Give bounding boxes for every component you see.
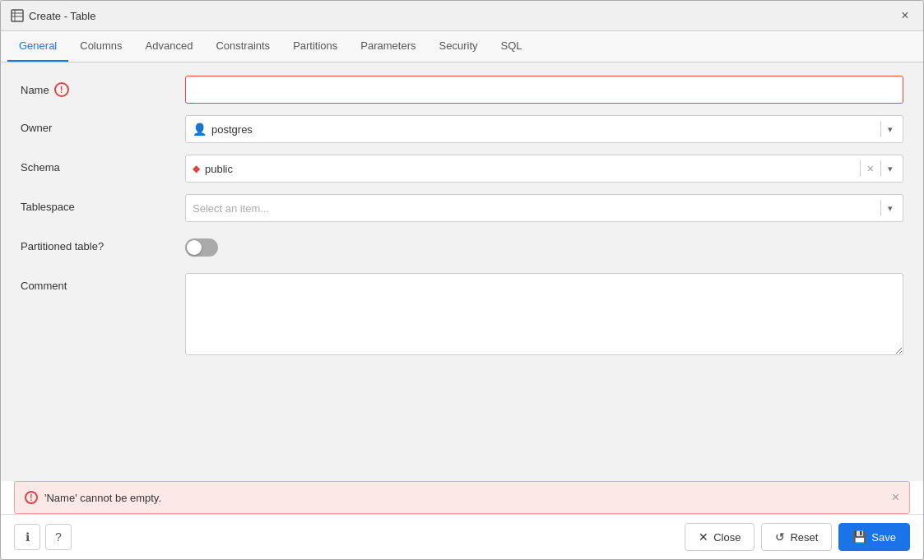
tab-security[interactable]: Security — [428, 31, 490, 62]
owner-label: Owner — [21, 115, 185, 134]
info-button[interactable]: ℹ — [14, 524, 40, 550]
error-icon: ! — [25, 491, 38, 504]
owner-select[interactable]: 👤 postgres ▾ — [185, 115, 903, 143]
partitioned-control — [185, 234, 903, 261]
schema-select[interactable]: ◆ public × ▾ — [185, 155, 903, 183]
tab-columns[interactable]: Columns — [68, 31, 133, 62]
partitioned-toggle[interactable] — [185, 238, 218, 257]
save-icon: 💾 — [852, 530, 866, 544]
tab-advanced[interactable]: Advanced — [134, 31, 205, 62]
schema-clear-button[interactable]: × — [864, 162, 877, 175]
tablespace-control: Select an item... ▾ — [185, 194, 903, 222]
name-control — [185, 76, 903, 104]
title-bar: Create - Table × — [1, 1, 923, 31]
schema-row: Schema ◆ public × ▾ — [21, 155, 903, 184]
diamond-icon: ◆ — [193, 163, 200, 174]
partitioned-row: Partitioned table? — [21, 234, 903, 263]
footer-left: ℹ ? — [14, 524, 72, 550]
owner-control: 👤 postgres ▾ — [185, 115, 903, 143]
svg-rect-0 — [12, 10, 23, 21]
schema-select-content: ◆ public — [193, 163, 857, 175]
name-row: Name ! — [21, 76, 903, 105]
tablespace-label: Tablespace — [21, 194, 185, 213]
name-warning-icon: ! — [54, 82, 69, 97]
reset-icon: ↺ — [775, 530, 785, 544]
select-divider — [880, 121, 881, 137]
form-content: Name ! Owner 👤 postgres — [1, 62, 923, 481]
comment-row: Comment — [21, 273, 903, 358]
tablespace-row: Tablespace Select an item... ▾ — [21, 194, 903, 224]
error-message: 'Name' cannot be empty. — [44, 492, 885, 504]
help-button[interactable]: ? — [45, 524, 72, 550]
name-label: Name ! — [21, 76, 185, 97]
form-area: Name ! Owner 👤 postgres — [1, 62, 923, 381]
owner-dropdown-arrow[interactable]: ▾ — [885, 124, 896, 135]
owner-row: Owner 👤 postgres ▾ — [21, 115, 903, 145]
tab-sql[interactable]: SQL — [490, 31, 534, 62]
comment-textarea[interactable] — [185, 273, 903, 355]
close-button[interactable]: ✕ Close — [685, 523, 755, 551]
error-close-button[interactable]: × — [892, 490, 899, 505]
schema-label: Schema — [21, 155, 185, 174]
tablespace-select[interactable]: Select an item... ▾ — [185, 194, 903, 222]
tab-parameters[interactable]: Parameters — [349, 31, 427, 62]
footer-right: ✕ Close ↺ Reset 💾 Save — [685, 523, 910, 551]
comment-label: Comment — [21, 273, 185, 292]
comment-control — [185, 273, 903, 358]
title-close-button[interactable]: × — [897, 7, 913, 24]
tab-constraints[interactable]: Constraints — [204, 31, 281, 62]
schema-dropdown-arrow[interactable]: ▾ — [885, 164, 896, 174]
reset-button[interactable]: ↺ Reset — [761, 523, 832, 551]
schema-control: ◆ public × ▾ — [185, 155, 903, 183]
name-input[interactable] — [185, 76, 903, 104]
tablespace-select-content: Select an item... — [193, 202, 877, 215]
close-x-icon: ✕ — [699, 530, 708, 544]
tablespace-divider — [880, 200, 881, 216]
tab-bar: General Columns Advanced Constraints Par… — [1, 31, 923, 62]
partitioned-label: Partitioned table? — [21, 234, 185, 252]
tab-partitions[interactable]: Partitions — [281, 31, 349, 62]
dialog-title: Create - Table — [29, 10, 95, 22]
schema-select-divider2 — [880, 160, 881, 177]
footer: ℹ ? ✕ Close ↺ Reset 💾 Save — [1, 514, 923, 559]
owner-select-content: 👤 postgres — [193, 123, 877, 136]
person-icon: 👤 — [193, 123, 207, 136]
partitioned-toggle-wrapper — [185, 234, 903, 261]
table-icon — [11, 9, 24, 22]
schema-select-divider — [860, 160, 861, 177]
title-bar-left: Create - Table — [11, 9, 95, 22]
error-bar: ! 'Name' cannot be empty. × — [14, 481, 910, 514]
tablespace-dropdown-arrow[interactable]: ▾ — [885, 203, 896, 214]
create-table-dialog: Create - Table × General Columns Advance… — [0, 0, 924, 560]
tab-general[interactable]: General — [7, 31, 68, 62]
save-button[interactable]: 💾 Save — [838, 523, 910, 551]
